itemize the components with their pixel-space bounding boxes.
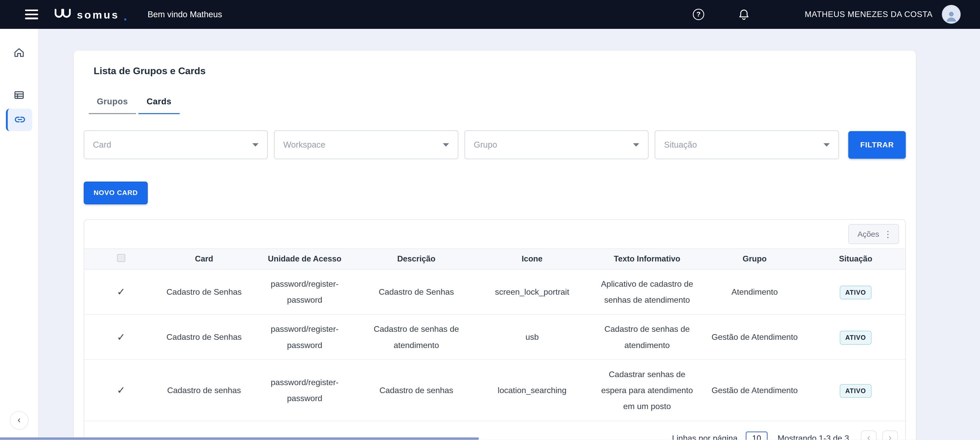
cell-grupo: Gestão de Atendimento [703, 315, 806, 360]
cell-card: Cadastro de senhas [158, 360, 250, 421]
table-header-row: Card Unidade de Acesso Descrição Icone T… [84, 249, 905, 269]
chevron-down-icon [443, 143, 449, 146]
main-content: Lista de Grupos e Cards Grupos Cards Car… [39, 29, 980, 440]
column-header-descricao: Descrição [359, 249, 474, 269]
filter-bar: Card Workspace Grupo Situação FILTRAR [84, 130, 906, 159]
situacao-filter-select[interactable]: Situação [655, 130, 839, 159]
showing-range-label: Mostrando 1-3 de 3 [778, 434, 849, 440]
link-icon [14, 114, 26, 126]
horizontal-scrollbar-thumb[interactable] [0, 437, 479, 440]
row-check-icon[interactable] [117, 327, 126, 347]
table-footer: Linhas por página Mostrando 1-3 de 3 [84, 421, 905, 440]
somus-logo-mark [54, 8, 73, 19]
sidebar-item-home[interactable] [6, 41, 32, 64]
card-filter-placeholder: Card [93, 140, 111, 150]
select-all-checkbox[interactable] [117, 254, 125, 262]
prev-page-button[interactable] [861, 430, 877, 440]
table-toolbar: Ações [84, 220, 905, 249]
menu-icon[interactable] [25, 10, 38, 19]
cell-card: Cadastro de Senhas [158, 270, 250, 315]
status-badge: ATIVO [840, 384, 872, 398]
new-card-button[interactable]: NOVO CARD [84, 182, 148, 204]
cell-texto: Cadastro de senhas de atendimento [591, 315, 703, 360]
table-row: Cadastro de Senhas password/register-pas… [84, 315, 905, 360]
column-header-card: Card [158, 249, 250, 269]
help-icon[interactable] [693, 9, 704, 20]
cards-table: Ações Card Unidade de Acesso [84, 219, 906, 440]
filter-button[interactable]: FILTRAR [848, 131, 906, 159]
topbar: somus . Bem vindo Matheus MATHEUS MENEZE… [0, 0, 980, 29]
sidebar [0, 29, 39, 440]
row-check-icon[interactable] [117, 282, 126, 302]
grupo-filter-placeholder: Grupo [474, 140, 497, 150]
cell-texto: Cadastrar senhas de espera para atendime… [591, 360, 703, 421]
sidebar-collapse-button[interactable] [10, 411, 29, 430]
column-header-grupo: Grupo [703, 249, 806, 269]
more-vert-icon [884, 229, 892, 239]
chevron-down-icon [824, 143, 830, 146]
row-check-icon[interactable] [117, 381, 126, 400]
rows-per-page-input[interactable] [746, 432, 768, 440]
cell-icone: location_searching [474, 360, 591, 421]
column-header-unidade: Unidade de Acesso [250, 249, 359, 269]
status-badge: ATIVO [840, 331, 872, 345]
tab-cards[interactable]: Cards [138, 97, 180, 114]
cell-icone: screen_lock_portrait [474, 270, 591, 315]
cell-descricao: Cadastro de senhas de atendimento [359, 315, 474, 360]
chevron-down-icon [633, 143, 639, 146]
cell-icone: usb [474, 315, 591, 360]
actions-button[interactable]: Ações [848, 224, 899, 244]
person-icon [944, 9, 958, 23]
next-page-button[interactable] [882, 430, 898, 440]
notifications-bell-icon[interactable] [738, 8, 750, 21]
table-row: Cadastro de Senhas password/register-pas… [84, 270, 905, 315]
page-title: Lista de Grupos e Cards [94, 65, 906, 76]
cell-descricao: Cadastro de Senhas [359, 270, 474, 315]
chevron-down-icon [252, 143, 259, 146]
cell-grupo: Atendimento [703, 270, 806, 315]
user-name: MATHEUS MENEZES DA COSTA [805, 10, 932, 19]
tab-grupos[interactable]: Grupos [89, 97, 136, 114]
cell-unidade: password/register-password [250, 360, 359, 421]
status-badge: ATIVO [840, 286, 872, 299]
card-filter-select[interactable]: Card [84, 130, 268, 159]
workspace-filter-placeholder: Workspace [283, 140, 325, 150]
cell-descricao: Cadastro de senhas [359, 360, 474, 421]
logo-text: somus [77, 10, 119, 21]
cell-texto: Aplicativo de cadastro de senhas de aten… [591, 270, 703, 315]
somus-logo: somus . [54, 8, 127, 21]
app-root: somus . Bem vindo Matheus MATHEUS MENEZE… [0, 0, 980, 440]
topbar-right: MATHEUS MENEZES DA COSTA [693, 5, 980, 24]
avatar[interactable] [942, 5, 961, 24]
sidebar-item-links[interactable] [6, 109, 32, 131]
content-card: Lista de Grupos e Cards Grupos Cards Car… [73, 50, 916, 440]
cell-grupo: Gestão de Atendimento [703, 360, 806, 421]
situacao-filter-placeholder: Situação [664, 140, 697, 150]
tabs: Grupos Cards [89, 97, 906, 114]
table-icon [13, 89, 25, 101]
rows-per-page-label: Linhas por página [672, 434, 737, 440]
home-icon [13, 47, 25, 59]
column-header-situacao: Situação [806, 249, 905, 269]
cell-card: Cadastro de Senhas [158, 315, 250, 360]
table-row: Cadastro de senhas password/register-pas… [84, 360, 905, 421]
cell-unidade: password/register-password [250, 315, 359, 360]
grupo-filter-select[interactable]: Grupo [465, 130, 649, 159]
welcome-text: Bem vindo Matheus [148, 10, 222, 19]
column-header-texto: Texto Informativo [591, 249, 703, 269]
logo-dot: . [124, 12, 127, 21]
column-header-icone: Icone [474, 249, 591, 269]
cell-unidade: password/register-password [250, 270, 359, 315]
workspace-filter-select[interactable]: Workspace [274, 130, 458, 159]
sidebar-item-cards[interactable] [6, 84, 32, 106]
actions-button-label: Ações [858, 230, 879, 238]
